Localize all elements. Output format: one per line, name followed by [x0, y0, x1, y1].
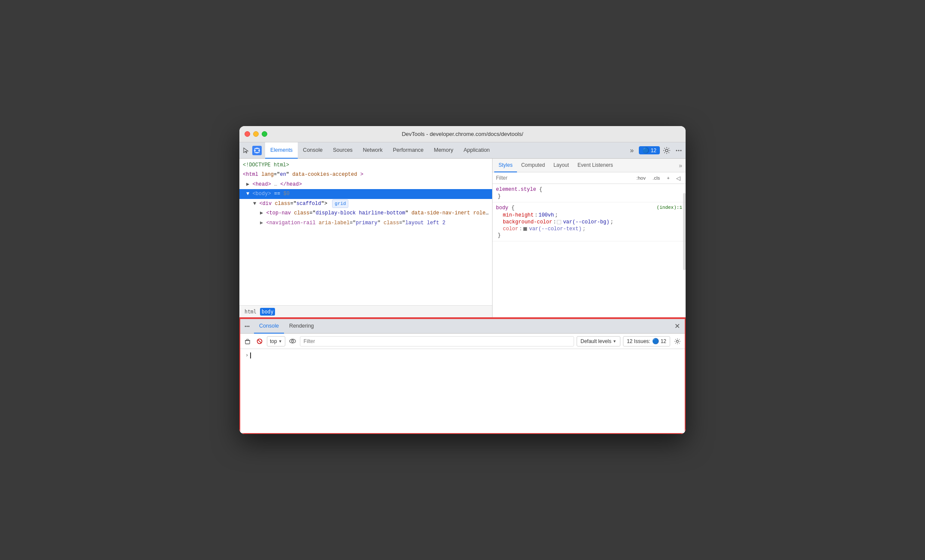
tab-rendering[interactable]: Rendering	[284, 319, 319, 334]
console-settings-button[interactable]	[673, 337, 682, 346]
dom-line-body[interactable]: ▼ <body> == $0	[239, 189, 492, 199]
tab-console-panel[interactable]: Console	[254, 319, 284, 334]
svg-point-17	[290, 339, 296, 343]
breadcrumb-html[interactable]: html	[243, 308, 258, 316]
cls-button[interactable]: .cls	[650, 175, 662, 181]
styles-filter-bar: :hov .cls + ◁	[493, 172, 686, 184]
tab-layout[interactable]: Layout	[549, 159, 573, 172]
min-height-prop: min-height : 100vh ;	[496, 212, 682, 219]
dom-line-doctype: <!DOCTYPE html>	[239, 160, 492, 170]
traffic-lights	[245, 131, 267, 137]
styles-scrollbar[interactable]	[683, 193, 686, 270]
svg-point-6	[676, 150, 677, 151]
console-prompt: ›	[245, 352, 680, 358]
console-section: Console Rendering ✕	[239, 318, 686, 434]
tab-sources[interactable]: Sources	[328, 142, 358, 159]
tab-elements[interactable]: Elements	[265, 142, 298, 159]
issues-count-button[interactable]: 12 Issues: 🔵 12	[623, 336, 670, 346]
svg-point-19	[677, 340, 679, 342]
title-bar: DevTools - developer.chrome.com/docs/dev…	[239, 126, 686, 142]
console-menu-button[interactable]	[243, 322, 251, 331]
context-selector[interactable]: top ▼	[267, 336, 285, 346]
fullscreen-button[interactable]	[262, 131, 267, 137]
elements-panel: <!DOCTYPE html> <html lang="en" data-coo…	[239, 159, 493, 317]
dom-line-head[interactable]: ▶ <head> … </head>	[239, 180, 492, 189]
minimize-button[interactable]	[253, 131, 259, 137]
cursor-blink	[250, 352, 251, 358]
hov-button[interactable]: :hov	[634, 175, 648, 181]
issues-count: 12	[651, 148, 656, 154]
toolbar-icons	[241, 146, 262, 155]
add-rule-button[interactable]: +	[665, 175, 672, 181]
main-content-area: <!DOCTYPE html> <html lang="en" data-coo…	[239, 159, 686, 318]
tab-performance[interactable]: Performance	[388, 142, 429, 159]
issues-icon: 🔵	[642, 147, 649, 154]
tab-event-listeners[interactable]: Event Listeners	[573, 159, 617, 172]
cursor-icon[interactable]	[241, 146, 251, 155]
main-tab-bar: Elements Console Sources Network Perform…	[239, 142, 686, 159]
more-tabs-button[interactable]: »	[627, 145, 637, 156]
console-body[interactable]: ›	[240, 349, 685, 433]
issues-badge[interactable]: 🔵 12	[639, 146, 660, 154]
close-button[interactable]	[245, 131, 250, 137]
console-tab-bar: Console Rendering ✕	[240, 319, 685, 334]
toggle-sidebar-icon[interactable]: ◁	[674, 174, 682, 182]
svg-point-10	[247, 325, 248, 327]
svg-point-8	[680, 150, 682, 151]
more-options-button[interactable]	[674, 145, 684, 156]
settings-button[interactable]	[662, 145, 672, 156]
window-title: DevTools - developer.chrome.com/docs/dev…	[402, 131, 523, 137]
more-panel-tabs-button[interactable]: »	[677, 162, 684, 169]
stop-messages-icon[interactable]	[255, 337, 264, 346]
background-color-prop: background-color : var(--color-bg) ;	[496, 219, 682, 226]
body-rule-header: body { (index):1	[496, 205, 682, 212]
filter-actions: :hov .cls + ◁	[634, 174, 682, 182]
console-filter-input[interactable]	[300, 336, 574, 346]
issues-number: 12	[661, 338, 666, 344]
tab-console[interactable]: Console	[298, 142, 328, 159]
breadcrumb: html body	[239, 305, 492, 317]
dom-line-html[interactable]: <html lang="en" data-cookies-accepted >	[239, 170, 492, 179]
body-rule: body { (index):1 min-height : 100vh ; ba…	[493, 202, 686, 241]
dom-tree[interactable]: <!DOCTYPE html> <html lang="en" data-coo…	[239, 159, 492, 305]
svg-rect-12	[245, 340, 250, 344]
console-close-button[interactable]: ✕	[672, 321, 682, 331]
body-rule-source[interactable]: (index):1	[657, 205, 682, 212]
svg-point-7	[678, 150, 680, 151]
context-dropdown-arrow: ▼	[278, 339, 282, 343]
live-expressions-button[interactable]	[288, 337, 297, 346]
tab-styles[interactable]: Styles	[494, 159, 517, 172]
svg-point-11	[248, 325, 250, 327]
element-style-rule: element.style { }	[493, 184, 686, 202]
clear-console-button[interactable]	[243, 337, 252, 346]
styles-panel-tabs: Styles Computed Layout Event Listeners »	[493, 159, 686, 172]
svg-point-9	[245, 325, 246, 327]
issues-text: 12 Issues:	[627, 338, 650, 344]
svg-point-5	[665, 149, 668, 152]
default-levels-button[interactable]: Default levels ▼	[577, 336, 620, 346]
dom-line-top-nav[interactable]: ▶ <top-nav class="display-block hairline…	[239, 208, 492, 218]
bg-color-swatch[interactable]	[557, 220, 561, 224]
grid-badge[interactable]: grid	[332, 199, 348, 208]
text-color-swatch[interactable]	[523, 227, 527, 231]
svg-line-16	[258, 340, 261, 343]
dom-line-nav-rail[interactable]: ▶ <navigation-rail aria-label="primary" …	[239, 218, 492, 228]
svg-point-18	[291, 340, 293, 342]
tab-network[interactable]: Network	[358, 142, 388, 159]
devtools-window: DevTools - developer.chrome.com/docs/dev…	[239, 126, 686, 434]
inspect-element-icon[interactable]	[252, 146, 262, 155]
levels-dropdown-arrow: ▼	[613, 339, 617, 343]
issues-icon: 🔵	[652, 338, 659, 344]
prompt-arrow: ›	[245, 352, 248, 358]
tab-memory[interactable]: Memory	[429, 142, 458, 159]
body-selector: body {	[496, 205, 514, 211]
breadcrumb-body[interactable]: body	[260, 308, 275, 316]
styles-panel: Styles Computed Layout Event Listeners »	[493, 159, 686, 317]
tab-computed[interactable]: Computed	[517, 159, 549, 172]
tab-application[interactable]: Application	[458, 142, 495, 159]
dom-line-div-scaffold[interactable]: ▼ <div class="scaffold"> grid	[239, 199, 492, 209]
styles-content[interactable]: element.style { } body { (index):1	[493, 184, 686, 317]
color-prop: color : var(--color-text) ;	[496, 226, 682, 232]
svg-rect-14	[247, 339, 248, 340]
styles-filter-input[interactable]	[496, 175, 631, 181]
